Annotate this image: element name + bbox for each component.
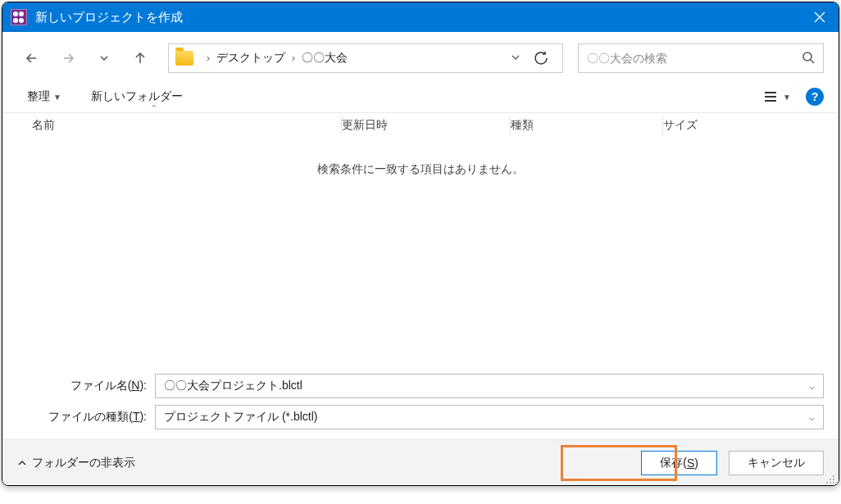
forward-button[interactable] (53, 43, 83, 73)
breadcrumb-desktop[interactable]: デスクトップ (216, 51, 285, 66)
filename-label: ファイル名(N): (17, 379, 155, 393)
svg-point-13 (826, 482, 828, 484)
breadcrumb-separator: › (285, 52, 302, 64)
organize-dropdown[interactable]: 整理 ▼ (27, 89, 61, 104)
folder-icon (175, 51, 193, 66)
chevron-down-icon: ▼ (783, 93, 791, 102)
view-options-button[interactable]: ▼ (763, 91, 791, 102)
save-dialog-window: 新しいプロジェクトを作成 › デスクトップ › 〇〇大会 (2, 2, 839, 486)
titlebar: 新しいプロジェクトを作成 (2, 2, 839, 32)
chevron-up-icon (17, 458, 27, 468)
cancel-button[interactable]: キャンセル (729, 451, 824, 475)
filetype-value: プロジェクトファイル (*.blctl) (164, 410, 809, 425)
chevron-down-icon (510, 52, 521, 63)
file-form: ファイル名(N): 〇〇大会プロジェクト.blctl ⌵ ファイルの種類(T):… (2, 366, 839, 439)
svg-point-10 (833, 475, 834, 477)
chevron-down-icon: ▼ (53, 93, 61, 102)
list-icon (763, 91, 778, 102)
help-button[interactable]: ? (806, 88, 824, 106)
empty-message: 検索条件に一致する項目はありません。 (317, 162, 524, 177)
file-list-area: 検索条件に一致する項目はありません。 (2, 133, 839, 366)
breadcrumb-current[interactable]: 〇〇大会 (302, 51, 348, 66)
filetype-label: ファイルの種類(T): (17, 410, 155, 425)
svg-point-15 (833, 482, 834, 484)
arrow-up-icon (132, 50, 148, 66)
column-name[interactable]: 名前 (32, 118, 342, 133)
save-button[interactable]: 保存(S) (641, 451, 717, 475)
filename-row: ファイル名(N): 〇〇大会プロジェクト.blctl ⌵ (17, 374, 824, 398)
back-button[interactable] (17, 43, 47, 73)
svg-point-5 (803, 52, 811, 61)
breadcrumb-separator: › (200, 52, 216, 64)
svg-line-6 (811, 60, 814, 63)
search-icon (802, 51, 815, 66)
refresh-icon (534, 51, 548, 66)
arrow-right-icon (60, 50, 76, 66)
search-box[interactable] (578, 43, 824, 73)
column-type[interactable]: 種類 (511, 118, 663, 133)
filetype-row: ファイルの種類(T): プロジェクトファイル (*.blctl) ⌵ (17, 405, 824, 429)
sort-indicator-icon: ⌃ (150, 103, 157, 114)
hide-folders-label: フォルダーの非表示 (32, 456, 135, 470)
action-bar: 整理 ▼ 新しいフォルダー ▼ ? (2, 84, 839, 113)
new-folder-button[interactable]: 新しいフォルダー (91, 89, 183, 104)
filetype-dropdown[interactable]: プロジェクトファイル (*.blctl) ⌵ (155, 405, 824, 429)
breadcrumb-dropdown[interactable] (510, 52, 521, 66)
recent-dropdown[interactable] (89, 43, 119, 73)
svg-point-14 (830, 482, 831, 484)
window-title: 新しいプロジェクトを作成 (35, 10, 801, 25)
close-icon (814, 11, 825, 23)
chevron-down-icon[interactable]: ⌵ (809, 412, 815, 423)
bottom-bar: フォルダーの非表示 保存(S) キャンセル (2, 439, 839, 485)
svg-point-11 (830, 479, 831, 480)
search-input[interactable] (587, 52, 802, 65)
column-date[interactable]: 更新日時 (342, 118, 511, 133)
address-bar[interactable]: › デスクトップ › 〇〇大会 (168, 43, 563, 73)
app-icon (11, 9, 27, 25)
filename-input[interactable]: 〇〇大会プロジェクト.blctl ⌵ (155, 374, 824, 398)
chevron-down-icon[interactable]: ⌵ (809, 381, 815, 392)
column-headers: ⌃ 名前 更新日時 種類 サイズ (2, 113, 839, 133)
navigation-toolbar: › デスクトップ › 〇〇大会 (2, 32, 839, 84)
hide-folders-toggle[interactable]: フォルダーの非表示 (17, 456, 135, 470)
resize-grip-icon[interactable] (825, 474, 835, 484)
column-size[interactable]: サイズ (663, 118, 824, 133)
filename-value: 〇〇大会プロジェクト.blctl (164, 379, 809, 393)
chevron-down-icon (98, 52, 110, 64)
svg-point-12 (833, 479, 834, 480)
up-button[interactable] (125, 43, 155, 73)
refresh-button[interactable] (526, 43, 556, 73)
organize-label: 整理 (27, 89, 50, 104)
arrow-left-icon (24, 50, 40, 66)
close-button[interactable] (801, 2, 839, 32)
